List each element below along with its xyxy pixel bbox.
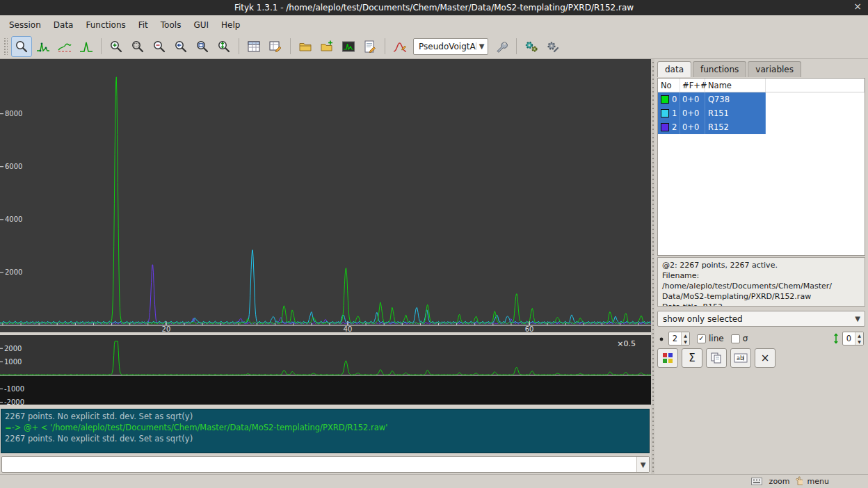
close-button[interactable]: × <box>853 1 862 12</box>
aux-plot[interactable]: 20001000-1000-2000 ×0.5 <box>0 335 651 405</box>
toolbar-drag-handle[interactable] <box>3 38 8 55</box>
dataset-color-swatch[interactable] <box>661 123 669 131</box>
menubar: Session Data Functions Fit Tools GUI Hel… <box>0 15 868 34</box>
info-line: Data/MoS2-templating/PXRD/R152.raw <box>662 291 860 302</box>
data-colors-button[interactable] <box>657 348 678 368</box>
toolbar-separator <box>101 38 102 54</box>
sidebar: data functions variables No #F+# Name 0 … <box>654 59 868 474</box>
tab-variables[interactable]: variables <box>748 61 801 77</box>
shift-spinner[interactable]: 0 ▲▼ <box>842 332 864 345</box>
titlebar[interactable]: Fityk 1.3.1 - /home/aleplo/test/Document… <box>0 0 868 15</box>
fit-settings-button[interactable] <box>542 36 563 57</box>
dataset-number: 0 <box>672 95 677 104</box>
edit-script-button[interactable] <box>360 36 380 57</box>
checkbox-unchecked-icon <box>731 334 740 343</box>
copy-pages-icon <box>710 352 723 364</box>
line-checkbox-label: line <box>709 334 724 343</box>
aux-tick-label: -1000 <box>4 385 24 393</box>
dataset-info: @2: 2267 points, 2267 active. Filename: … <box>657 257 865 307</box>
function-type-value: PseudoVoigtA <box>419 42 476 51</box>
append-data-button[interactable] <box>316 36 337 57</box>
menu-session[interactable]: Session <box>3 17 47 33</box>
point-size-spinner[interactable]: 2 ▲▼ <box>668 332 690 345</box>
x-tick-label: 40 <box>344 325 353 332</box>
plot-settings-button[interactable] <box>338 36 359 57</box>
statusbar-config-button[interactable] <box>749 477 764 487</box>
data-points-icon <box>35 39 51 54</box>
sigma-checkbox-label: σ <box>743 334 748 343</box>
zoom-all-button[interactable] <box>192 36 213 57</box>
function-type-dropdown[interactable]: PseudoVoigtA ▼ <box>413 38 488 55</box>
zoom-previous-button[interactable] <box>170 36 191 57</box>
spinner-arrows[interactable]: ▲▼ <box>855 332 863 345</box>
tab-data[interactable]: data <box>657 61 691 77</box>
sigma-checkbox[interactable]: σ <box>731 334 748 343</box>
line-checkbox[interactable]: ✓ line <box>697 334 724 343</box>
data-properties-button[interactable] <box>243 36 264 57</box>
main-plot[interactable]: 2040602000400060008000 <box>0 59 651 332</box>
zoom-in-icon <box>108 39 124 54</box>
menu-data[interactable]: Data <box>47 17 80 33</box>
info-line: Filename: /home/aleplo/test/Documents/Ch… <box>662 270 860 291</box>
statusbar: zoom menu <box>0 474 868 488</box>
show-sum-button[interactable]: Σ <box>682 348 702 368</box>
tab-functions[interactable]: functions <box>693 61 746 77</box>
y-tick-label: 4000 <box>5 215 22 223</box>
menu-help[interactable]: Help <box>215 17 246 33</box>
command-input-row: ▼ <box>1 456 650 473</box>
sidebar-tabs: data functions variables <box>654 59 868 77</box>
spinner-arrows[interactable]: ▲▼ <box>681 332 689 345</box>
console-line: =-> @+ < '/home/aleplo/test/Documents/Ch… <box>5 422 645 433</box>
output-console[interactable]: 2267 points. No explicit std. dev. Set a… <box>1 409 650 453</box>
zoom-out-button[interactable] <box>149 36 170 57</box>
open-data-button[interactable] <box>295 36 316 57</box>
filter-value: show only selected <box>663 314 743 324</box>
checkbox-checked-icon: ✓ <box>697 334 706 343</box>
dataset-row[interactable]: 0 0+0 Q738 <box>658 92 865 106</box>
dataset-fpf: 0+0 <box>680 120 705 134</box>
zoom-vertical-icon <box>216 39 232 54</box>
zoom-selection-button[interactable] <box>127 36 148 57</box>
point-size-icon <box>657 334 666 343</box>
input-history-dropdown[interactable]: ▼ <box>636 457 649 472</box>
dataset-number: 2 <box>672 122 677 132</box>
rename-icon: ab <box>734 352 748 364</box>
zoom-in-button[interactable] <box>106 36 127 57</box>
col-header-fpf: #F+# <box>680 79 705 92</box>
rename-data-button[interactable]: ab <box>730 348 751 368</box>
menu-tools[interactable]: Tools <box>154 17 188 33</box>
zoom-mode-button[interactable] <box>11 36 32 57</box>
dataset-table: No #F+# Name 0 0+0 Q738 1 0+0 R151 2 0+0… <box>657 78 865 256</box>
fit-run-button[interactable] <box>521 36 542 57</box>
info-line: Data title: R152 <box>662 302 860 307</box>
data-range-mode-button[interactable] <box>33 36 54 57</box>
data-edit-button[interactable] <box>265 36 286 57</box>
zoom-out-icon <box>152 39 167 54</box>
add-peak-mode-button[interactable] <box>76 36 97 57</box>
dataset-color-swatch[interactable] <box>661 109 669 117</box>
menu-fit[interactable]: Fit <box>132 17 154 33</box>
filter-dropdown[interactable]: show only selected ▼ <box>657 311 865 327</box>
dataset-row[interactable]: 1 0+0 R151 <box>658 106 865 120</box>
baseline-icon <box>57 39 72 54</box>
menu-functions[interactable]: Functions <box>79 17 131 33</box>
zoom-vertical-button[interactable] <box>214 36 234 57</box>
delete-data-button[interactable]: × <box>755 348 775 368</box>
parameters-wrench-button[interactable] <box>491 36 512 57</box>
color-grid-icon <box>662 352 673 364</box>
menu-gui[interactable]: GUI <box>187 17 215 33</box>
shift-icon <box>832 333 840 344</box>
baseline-mode-button[interactable] <box>54 36 75 57</box>
gears-icon <box>524 39 539 54</box>
dataset-color-swatch[interactable] <box>661 95 669 104</box>
dataset-number: 1 <box>672 108 677 118</box>
command-input[interactable] <box>1 456 650 473</box>
dataset-row[interactable]: 2 0+0 R152 <box>658 120 865 134</box>
copy-data-button[interactable] <box>706 348 727 368</box>
quick-add-function-button[interactable] <box>389 36 410 57</box>
sigma-sum-icon: Σ <box>689 352 695 364</box>
keyboard-icon <box>751 478 762 485</box>
toolbar-separator <box>239 38 239 54</box>
toolbar-separator <box>290 38 291 54</box>
zoom-selection-icon <box>130 39 145 54</box>
